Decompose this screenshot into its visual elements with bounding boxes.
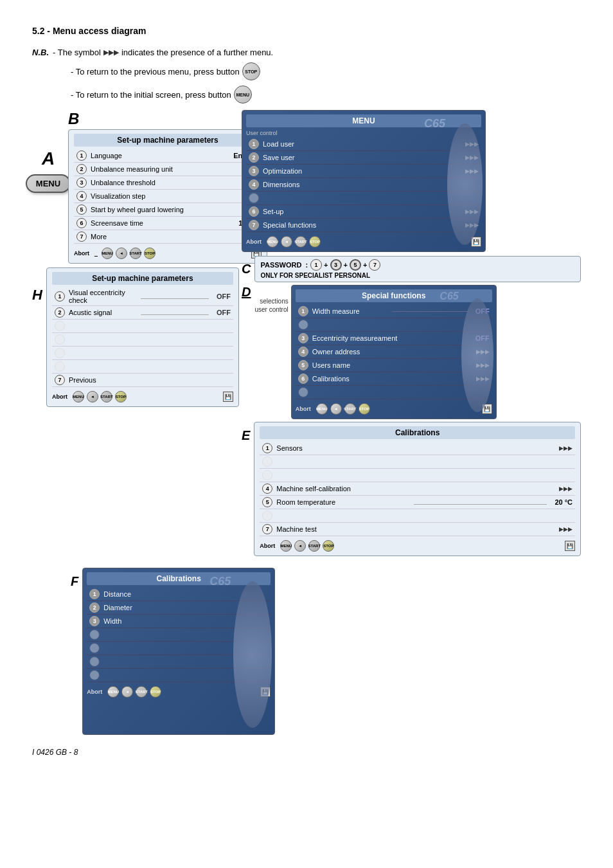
- panel-f-btn-menu[interactable]: MENU: [107, 686, 119, 698]
- panel-a-title: MENU: [246, 114, 481, 127]
- panel-e-item-3: [260, 469, 575, 482]
- panel-e-title: Calibrations: [260, 426, 575, 439]
- panel-h-item-7: 7 Previous: [52, 374, 233, 387]
- footer: I 0426 GB - 8: [32, 748, 581, 757]
- panel-b-ctrl-row: Abort _ MENU ◄ START STOP 💾: [74, 246, 262, 259]
- panel-e-item-5: 5 Room temperature 20 °C: [260, 496, 575, 509]
- letter-b: B: [68, 110, 79, 128]
- panel-d-title: Special functions: [296, 289, 492, 302]
- letter-h: H: [32, 287, 42, 303]
- panel-c-area: C PASSWORD : 1 + 3 + 5 +: [242, 256, 581, 282]
- panel-h-item-3: [52, 320, 233, 333]
- panel-b: Set-up machine parameters 1 Language Eng…: [68, 129, 267, 264]
- wheel-image-a: [447, 123, 483, 245]
- panel-h-btn-start[interactable]: START: [101, 391, 112, 402]
- menu-button-large[interactable]: MENU: [26, 174, 71, 193]
- panel-a-btn-back[interactable]: ◄: [281, 236, 292, 248]
- selections-label: selections: [260, 298, 288, 305]
- panel-a-item-1: 1 Load user ▶▶▶: [246, 138, 481, 151]
- panel-a-abort: Abort: [246, 239, 262, 245]
- panel-a-item-7: 7 Special functions ▶▶▶: [246, 219, 481, 232]
- stop-btn-note: STOP: [242, 62, 260, 80]
- panel-a-btn-start[interactable]: START: [295, 236, 306, 248]
- wheel-image-d: [461, 298, 493, 412]
- page-container: 5.2 - Menu access diagram N.B. - The sym…: [32, 26, 581, 757]
- panel-a-item-4: 4 Dimensions: [246, 178, 481, 192]
- panel-b-btn-start[interactable]: START: [130, 248, 141, 259]
- panel-h-item-5: [52, 347, 233, 360]
- panel-b-item-2: 2 Unbalance measuring unit g: [74, 163, 262, 176]
- wheel-image-f: [233, 581, 272, 728]
- panel-e-item-2: [260, 455, 575, 469]
- letter-f: F: [71, 574, 78, 589]
- panel-b-wrapper: B Set-up machine parameters 1 Language E…: [68, 110, 267, 264]
- panel-a-item-6: 6 Set-up ▶▶▶: [246, 205, 481, 219]
- nb-row-1: N.B. - The symbol indicates the presence…: [32, 48, 581, 57]
- panel-b-abort: Abort: [74, 250, 89, 257]
- panel-d-col: selections user control Special function…: [254, 285, 581, 419]
- panel-h-wrapper: Set-up machine parameters 1 Visual eccen…: [46, 267, 239, 407]
- panel-e: Calibrations 1 Sensors ▶▶▶: [254, 422, 581, 556]
- password-display: PASSWORD : 1 + 3 + 5 + 7 ONLY FOR SPECIA…: [260, 259, 575, 279]
- panel-h-ctrl-row: Abort MENU ◄ START STOP 💾: [52, 390, 233, 402]
- panel-h-item-4: [52, 333, 233, 347]
- nb-label: N.B.: [32, 48, 49, 57]
- panel-d-item-7: [296, 386, 492, 399]
- panel-f-abort: Abort: [87, 689, 102, 695]
- panel-d-abort: Abort: [296, 406, 311, 412]
- panel-e-btn-menu[interactable]: MENU: [280, 540, 292, 552]
- panel-h-btn-stop[interactable]: STOP: [115, 391, 127, 402]
- panel-d-area: D selections user control Special functi…: [242, 285, 581, 419]
- nb-row-3: - To return to the initial screen, press…: [71, 86, 581, 104]
- main-diagram: A MENU B Set-up machine parameters 1: [32, 110, 581, 735]
- panel-d-btn-back[interactable]: ◄: [330, 403, 342, 415]
- c65-label-f: C65: [209, 575, 231, 588]
- panel-b-item-7: 7 More: [74, 230, 262, 244]
- panel-f-btn-stop[interactable]: STOP: [150, 686, 161, 698]
- panel-c: PASSWORD : 1 + 3 + 5 + 7 ONLY FOR SPECIA…: [254, 256, 581, 282]
- letter-e: E: [242, 428, 250, 443]
- panel-h-btn-menu[interactable]: MENU: [73, 391, 84, 402]
- panel-e-abort: Abort: [260, 543, 275, 549]
- triple-arrow-symbol: [103, 48, 119, 57]
- panel-e-btn-start[interactable]: START: [308, 540, 320, 552]
- panel-e-area: E Calibrations 1 Sensors ▶▶▶: [242, 422, 581, 556]
- panel-h-title: Set-up machine parameters: [52, 272, 233, 285]
- panel-a-btn-menu[interactable]: MENU: [267, 236, 278, 248]
- panel-b-btn-back[interactable]: ◄: [116, 248, 127, 259]
- panel-a-user-ctrl: User control: [246, 130, 481, 136]
- panel-f-btn-start[interactable]: START: [136, 686, 147, 698]
- note2-text: - To return to the previous menu, press …: [71, 67, 240, 77]
- nb-row-2: - To return to the previous menu, press …: [71, 62, 581, 80]
- panel-d-btn-stop[interactable]: STOP: [359, 403, 370, 415]
- panel-h-item-6: [52, 360, 233, 374]
- panel-b-btn-stop[interactable]: STOP: [144, 248, 155, 259]
- panel-h-save-icon: 💾: [223, 392, 233, 402]
- left-column: A MENU B Set-up machine parameters 1: [32, 110, 231, 407]
- panel-a: MENU User control 1 Load user ▶▶▶ 2 Save…: [242, 110, 486, 252]
- letter-a: A: [42, 149, 55, 169]
- panel-f-btn-back[interactable]: ◄: [121, 686, 133, 698]
- panel-e-ctrl-row: Abort MENU ◄ START STOP 💾: [260, 539, 575, 552]
- panel-h-btn-back[interactable]: ◄: [87, 391, 98, 402]
- panel-f-title: Calibrations: [87, 572, 271, 585]
- panel-e-btn-stop[interactable]: STOP: [323, 540, 334, 552]
- panel-a-area: MENU User control 1 Load user ▶▶▶ 2 Save…: [242, 110, 581, 252]
- panel-a-btn-stop[interactable]: STOP: [309, 236, 321, 248]
- panel-e-btn-back[interactable]: ◄: [294, 540, 306, 552]
- nb-section: N.B. - The symbol indicates the presence…: [32, 48, 581, 104]
- panel-b-item-1: 1 Language English: [74, 149, 262, 163]
- panel-h-item-1: 1 Visual eccentricity check OFF: [52, 287, 233, 306]
- panel-f-area: F Calibrations 1 Distance 2 Diameter 3 W…: [71, 568, 581, 735]
- panel-e-save-icon: 💾: [565, 541, 575, 551]
- panel-b-item-3: 3 Unbalance threshold 1 g: [74, 176, 262, 190]
- panel-e-item-6: [260, 509, 575, 523]
- panel-b-btn-menu[interactable]: MENU: [102, 248, 113, 259]
- letter-c: C: [242, 262, 251, 276]
- user-ctrl-label-d: user control: [254, 306, 288, 313]
- panel-a-item-3: 3 Optimization ▶▶▶: [246, 165, 481, 178]
- right-column: MENU User control 1 Load user ▶▶▶ 2 Save…: [242, 110, 581, 559]
- panel-d-btn-menu[interactable]: MENU: [316, 403, 328, 415]
- panel-d-btn-start[interactable]: START: [344, 403, 356, 415]
- pwd-sub: ONLY FOR SPECIALIST PERSONAL: [260, 272, 575, 279]
